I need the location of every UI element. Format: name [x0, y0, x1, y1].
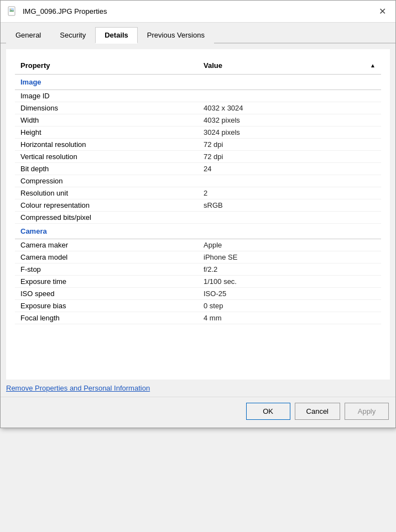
table-row: Horizontal resolution 72 dpi [15, 139, 381, 151]
title-bar: IMG_0096.JPG Properties ✕ [1, 1, 395, 23]
table-row: Compressed bits/pixel [15, 212, 381, 224]
close-button[interactable]: ✕ [376, 5, 389, 18]
table-row: Dimensions 4032 x 3024 [15, 102, 381, 114]
tab-details[interactable]: Details [95, 27, 138, 44]
table-row: Colour representation sRGB [15, 199, 381, 212]
details-content: Property Value ▲ Image Image ID Dimensio… [6, 49, 390, 380]
table-row: Bit depth 24 [15, 163, 381, 175]
tab-previous-versions[interactable]: Previous Versions [138, 27, 214, 44]
table-row: Height 3024 pixels [15, 127, 381, 139]
svg-point-2 [10, 9, 11, 10]
properties-window: IMG_0096.JPG Properties ✕ General Securi… [0, 0, 396, 428]
table-row: Camera model iPhone SE [15, 251, 381, 264]
tab-bar: General Security Details Previous Versio… [1, 23, 395, 44]
table-row: Camera maker Apple [15, 239, 381, 251]
file-icon [7, 6, 18, 17]
value-column-header: Value ▲ [198, 59, 381, 72]
apply-button[interactable]: Apply [345, 403, 389, 420]
table-row: Width 4032 pixels [15, 114, 381, 127]
ok-button[interactable]: OK [246, 403, 290, 420]
section-image: Image [15, 75, 381, 90]
tab-security[interactable]: Security [50, 27, 95, 44]
window-title: IMG_0096.JPG Properties [23, 7, 107, 15]
column-headers: Property Value ▲ [15, 57, 381, 75]
cancel-button[interactable]: Cancel [295, 403, 340, 420]
properties-scroll-area[interactable]: Property Value ▲ Image Image ID Dimensio… [15, 57, 381, 372]
footer: OK Cancel Apply [1, 397, 395, 428]
section-camera: Camera [15, 224, 381, 239]
sort-arrow-icon: ▲ [370, 62, 376, 69]
table-row: Vertical resolution 72 dpi [15, 151, 381, 163]
remove-properties-link[interactable]: Remove Properties and Personal Informati… [6, 384, 390, 392]
table-row: Image ID [15, 90, 381, 102]
property-column-header: Property [15, 59, 198, 72]
table-row: Resolution unit 2 [15, 187, 381, 199]
table-row: Exposure time 1/100 sec. [15, 276, 381, 288]
title-bar-left: IMG_0096.JPG Properties [7, 6, 107, 17]
table-row: ISO speed ISO-25 [15, 288, 381, 300]
table-row: Compression [15, 175, 381, 187]
table-row: Exposure bias 0 step [15, 300, 381, 312]
table-row: F-stop f/2.2 [15, 264, 381, 276]
table-row: Focal length 4 mm [15, 312, 381, 324]
tab-general[interactable]: General [6, 27, 50, 44]
